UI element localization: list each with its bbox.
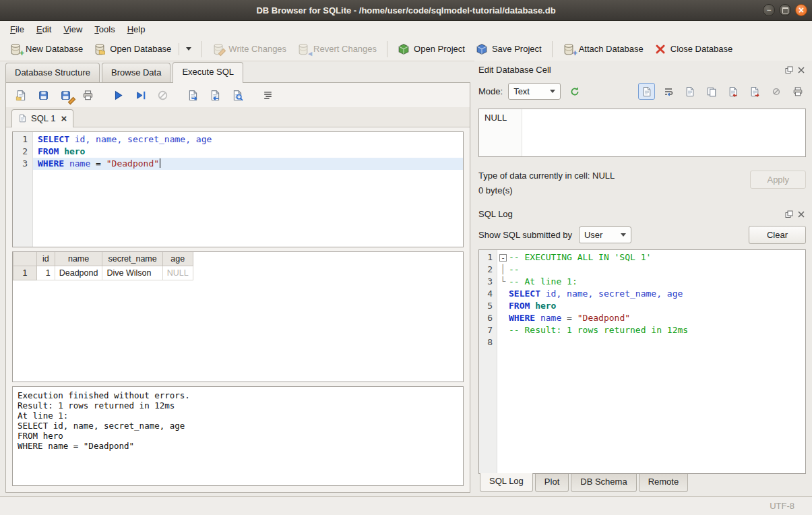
export-sql-button[interactable] [185,87,201,104]
menu-view[interactable]: View [57,22,88,36]
clear-log-button[interactable]: Clear [749,226,806,244]
revert-changes-button[interactable]: Revert Changes [292,40,382,59]
cell-name[interactable]: Deadpond [55,266,102,280]
dock-tab-sql-log[interactable]: SQL Log [480,473,533,492]
dock-tab-db-schema[interactable]: DB Schema [571,474,636,492]
auto-format-button[interactable] [566,83,583,100]
open-database-icon [94,43,106,55]
output-line: WHERE name = "Deadpond" [18,441,458,451]
main-content: Database Structure Browse Data Execute S… [0,61,812,496]
copy-button[interactable] [703,83,720,100]
execute-current-line-button[interactable] [132,87,149,104]
left-pane: Database Structure Browse Data Execute S… [0,61,474,496]
undock-panel-icon[interactable] [784,65,794,75]
sql-editor[interactable]: 1 2 3 SELECT id, name, secret_name, age … [12,131,464,247]
fold-marker-icon[interactable]: - [499,254,507,262]
open-project-button[interactable]: Open Project [392,40,470,59]
log-line: -- Result: 1 rows returned in 12ms [497,324,805,336]
menu-help[interactable]: Help [121,22,152,36]
line-number: 3 [13,158,28,170]
menu-edit[interactable]: Edit [30,22,57,36]
column-header-name[interactable]: name [55,252,102,266]
dock-tab-plot[interactable]: Plot [535,474,569,492]
undock-panel-icon[interactable] [784,210,794,219]
execute-all-button[interactable] [110,87,127,104]
close-database-button[interactable]: Close Database [649,40,739,59]
maximize-button[interactable] [779,4,791,16]
mode-select[interactable]: Text [508,83,561,100]
sql-tab-bar: SQL 1 [6,107,470,127]
cell-editor-toolbar: Mode: Text [478,82,806,100]
export-to-file-button[interactable] [746,83,763,100]
save-sql-file-button[interactable] [35,87,52,104]
attach-database-button[interactable]: Attach Database [557,40,649,59]
log-filter-select[interactable]: User [579,226,631,243]
editor-text-area[interactable]: SELECT id, name, secret_name, age FROM h… [33,132,463,247]
new-database-label: New Database [26,44,83,54]
close-panel-icon[interactable] [797,210,806,219]
close-window-button[interactable] [795,4,807,16]
find-replace-button[interactable] [229,87,246,104]
new-database-button[interactable]: New Database [4,40,88,59]
output-line: At line 1: [18,411,458,421]
revert-changes-icon [297,43,309,55]
column-header-secret-name[interactable]: secret_name [102,252,162,266]
table-row[interactable]: 1 1 Deadpond Dive Wilson NULL [13,266,193,280]
cell-editor[interactable]: NULL [478,109,806,157]
apply-button[interactable]: Apply [750,171,806,189]
tab-execute-sql[interactable]: Execute SQL [173,62,243,83]
sql-tab-label: SQL 1 [31,113,55,123]
cell-editor-body[interactable] [522,109,805,156]
open-database-dropdown-icon[interactable] [186,47,191,51]
column-header-age[interactable]: age [162,252,193,266]
cell-secret-name[interactable]: Dive Wilson [102,266,162,280]
cell-size-text: 0 byte(s) [478,185,750,195]
editor-line-numbers: 1 2 3 [13,132,33,247]
stop-execution-button[interactable] [154,87,171,104]
log-line: └-- At line 1: [497,276,805,288]
open-document-button[interactable] [681,83,698,100]
import-from-file-button[interactable] [724,83,741,100]
set-null-button[interactable] [768,83,784,100]
mode-label: Mode: [478,86,503,96]
cell-age[interactable]: NULL [162,266,193,280]
tab-browse-data[interactable]: Browse Data [102,63,170,82]
menu-file[interactable]: File [4,22,30,36]
close-panel-icon[interactable] [797,65,806,75]
text-mode-button[interactable] [638,83,655,100]
code-line-current: WHERE name = "Deadpond" [33,158,463,170]
minimize-button[interactable] [763,4,775,16]
open-database-button[interactable]: Open Database [88,40,197,59]
save-project-button[interactable]: Save Project [470,40,547,59]
tab-database-structure[interactable]: Database Structure [5,63,100,82]
save-sql-as-button[interactable] [57,87,74,104]
cell-editor-icons [638,83,806,100]
write-changes-button[interactable]: Write Changes [207,40,292,59]
open-sql-file-button[interactable] [13,87,30,104]
dock-tab-bar: SQL Log Plot DB Schema Remote [478,474,806,492]
output-line: Execution finished without errors. [18,390,458,400]
open-project-label: Open Project [414,44,465,54]
log-filter-value: User [584,230,602,240]
write-changes-icon [212,43,224,55]
dock-tab-remote[interactable]: Remote [639,474,689,492]
output-line: FROM hero [18,431,458,441]
cell-id[interactable]: 1 [37,266,55,280]
column-header-id[interactable]: id [37,252,55,266]
execution-output[interactable]: Execution finished without errors. Resul… [12,386,464,486]
print-sql-button[interactable] [80,87,96,104]
cell-meta-text: Type of data currently in cell: NULL 0 b… [478,171,750,195]
sql-log-view[interactable]: 1 2 3 4 5 6 7 8 --- EXECUTING ALL IN 'SQ… [478,249,806,474]
menu-tools[interactable]: Tools [88,22,121,36]
close-sql-tab-icon[interactable] [61,113,67,123]
new-database-icon [9,43,22,55]
print-cell-button[interactable] [789,83,806,100]
open-database-label: Open Database [110,44,171,54]
close-database-icon [654,43,666,55]
titlebar[interactable]: DB Browser for SQLite - /home/user/code/… [0,0,812,21]
log-line: FROM hero [497,300,805,312]
import-sql-button[interactable] [207,87,224,104]
format-sql-button[interactable] [259,87,276,104]
sql-tab-1[interactable]: SQL 1 [11,109,73,127]
word-wrap-button[interactable] [660,83,677,100]
